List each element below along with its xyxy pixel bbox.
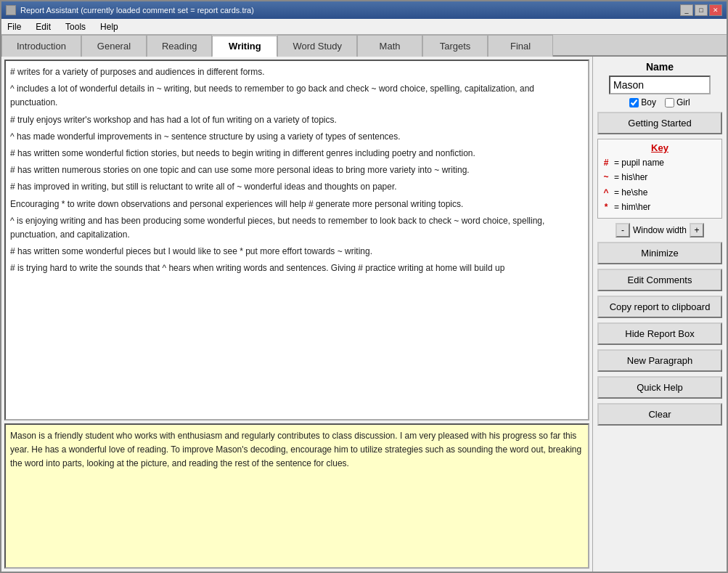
list-item: # writes for a variety of purposes and a… <box>10 65 584 79</box>
tab-general[interactable]: General <box>81 35 147 57</box>
boy-label: Boy <box>641 97 656 107</box>
right-panel: Name Boy Girl Getting Started Key <box>592 57 727 572</box>
key-row-3: * = him\her <box>601 200 719 214</box>
boy-option[interactable]: Boy <box>629 97 656 107</box>
main-window: Report Assistant (currently loaded comme… <box>0 0 728 573</box>
menu-bar: File Edit Tools Help <box>1 19 727 35</box>
getting-started-button[interactable]: Getting Started <box>597 112 722 134</box>
list-item: # is trying hard to write the sounds tha… <box>10 261 584 275</box>
list-item: # has improved in writing, but still is … <box>10 180 584 194</box>
list-item: # has written numerous stories on one to… <box>10 163 584 177</box>
new-paragraph-button[interactable]: New Paragraph <box>597 349 722 372</box>
key-symbol-1: ~ <box>601 170 611 184</box>
tab-targets[interactable]: Targets <box>422 35 488 57</box>
copy-report-button[interactable]: Copy report to clipboard <box>597 296 722 318</box>
tab-math[interactable]: Math <box>357 35 422 57</box>
window-width-row: - Window width + <box>597 223 722 237</box>
title-bar: Report Assistant (currently loaded comme… <box>1 1 727 19</box>
key-title: Key <box>601 142 719 153</box>
list-item: # has written some wonderful pieces but … <box>10 245 584 259</box>
minimize-button[interactable]: Minimize <box>597 242 722 264</box>
window-width-plus-btn[interactable]: + <box>690 223 704 237</box>
app-icon <box>6 5 16 15</box>
list-item: ^ includes a lot of wonderful details in… <box>10 82 584 110</box>
name-section: Name Boy Girl <box>597 61 722 107</box>
comment-area[interactable]: # writes for a variety of purposes and a… <box>4 60 589 420</box>
key-symbol-3: * <box>601 200 611 214</box>
list-item: # truly enjoys writer's workshop and has… <box>10 113 584 127</box>
tab-word-study[interactable]: Word Study <box>277 35 357 57</box>
report-area[interactable]: Mason is a friendly student who works wi… <box>4 423 589 569</box>
title-bar-left: Report Assistant (currently loaded comme… <box>6 5 254 15</box>
key-row-1: ~ = his\her <box>601 170 719 184</box>
edit-comments-button[interactable]: Edit Comments <box>597 269 722 291</box>
main-content: # writes for a variety of purposes and a… <box>1 57 727 572</box>
tabs-bar: Introduction General Reading Writing Wor… <box>1 35 727 57</box>
key-text-2: = he\she <box>614 185 647 200</box>
tab-final[interactable]: Final <box>488 35 553 57</box>
title-bar-buttons: _ □ ✕ <box>680 4 722 16</box>
tab-introduction[interactable]: Introduction <box>1 35 81 57</box>
menu-tools[interactable]: Tools <box>62 21 89 33</box>
hide-report-button[interactable]: Hide Report Box <box>597 322 722 345</box>
window-title: Report Assistant (currently loaded comme… <box>20 6 254 15</box>
window-width-minus-btn[interactable]: - <box>615 223 630 237</box>
list-item: Encouraging * to write down observations… <box>10 198 584 211</box>
key-text-1: = his\her <box>614 170 647 184</box>
minimize-window-btn[interactable]: _ <box>680 4 693 16</box>
key-symbol-0: # <box>601 155 611 170</box>
key-section: Key # = pupil name ~ = his\her ^ = he\sh… <box>597 139 722 219</box>
close-window-btn[interactable]: ✕ <box>709 4 722 16</box>
key-text-0: = pupil name <box>614 155 664 170</box>
gender-row: Boy Girl <box>597 97 722 107</box>
key-symbol-2: ^ <box>601 185 611 200</box>
list-item: # has written some wonderful fiction sto… <box>10 147 584 160</box>
name-label: Name <box>597 61 722 73</box>
quick-help-button[interactable]: Quick Help <box>597 376 722 399</box>
menu-edit[interactable]: Edit <box>33 21 54 33</box>
key-row-0: # = pupil name <box>601 155 719 170</box>
list-item: ^ is enjoying writing and has been produ… <box>10 214 584 242</box>
left-panel: # writes for a variety of purposes and a… <box>1 57 592 572</box>
girl-checkbox[interactable] <box>665 98 674 107</box>
list-item: ^ has made wonderful improvements in ~ s… <box>10 130 584 144</box>
maximize-window-btn[interactable]: □ <box>695 4 708 16</box>
boy-checkbox[interactable] <box>629 98 639 107</box>
window-width-label: Window width <box>633 225 687 235</box>
girl-option[interactable]: Girl <box>665 97 690 107</box>
tab-reading[interactable]: Reading <box>147 35 212 57</box>
key-row-2: ^ = he\she <box>601 185 719 200</box>
tab-writing[interactable]: Writing <box>212 36 277 57</box>
clear-button[interactable]: Clear <box>597 403 722 426</box>
menu-help[interactable]: Help <box>97 21 121 33</box>
girl-label: Girl <box>676 97 690 107</box>
menu-file[interactable]: File <box>4 21 24 33</box>
name-input[interactable] <box>609 76 711 94</box>
key-text-3: = him\her <box>614 200 650 214</box>
